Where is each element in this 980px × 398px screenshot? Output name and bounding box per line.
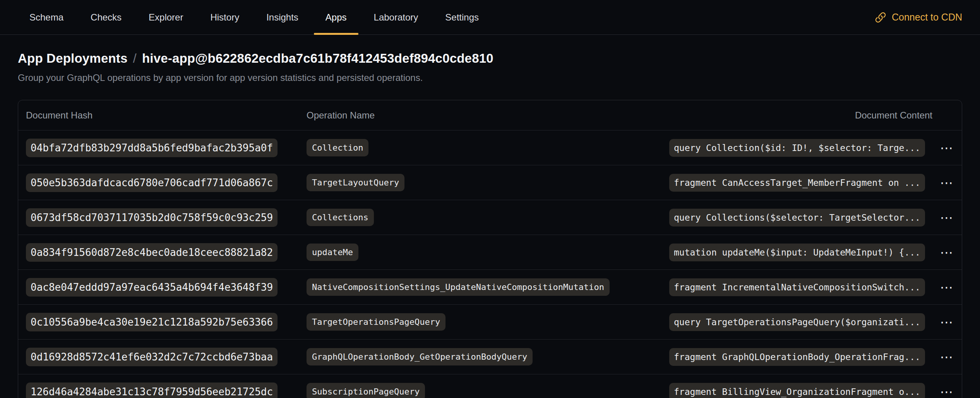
document-content-badge: query TargetOperationsPageQuery($organiz…: [669, 313, 925, 331]
document-hash-cell: 0673df58cd7037117035b2d0c758f59c0c93c259: [18, 208, 307, 227]
row-menu-cell: ⋯: [932, 177, 962, 189]
documents-table: Document Hash Operation Name Document Co…: [18, 100, 962, 398]
table-header-row: Document Hash Operation Name Document Co…: [18, 100, 962, 130]
operation-name-cell: Collection: [307, 139, 669, 156]
table-row: 0673df58cd7037117035b2d0c758f59c0c93c259…: [18, 200, 962, 235]
table-row: 050e5b363dafdcacd6780e706cadf771d06a867c…: [18, 165, 962, 200]
document-content-cell: query Collections($selector: TargetSelec…: [669, 209, 932, 226]
row-menu-cell: ⋯: [932, 142, 962, 154]
column-header-document-hash: Document Hash: [18, 110, 307, 121]
document-content-cell: fragment CanAccessTarget_MemberFragment …: [669, 174, 932, 192]
document-content-cell: query Collection($id: ID!, $selector: Ta…: [669, 139, 932, 157]
document-hash-cell: 126d46a4284abe31c13c78f7959d56eeb21725dc: [18, 383, 307, 398]
document-content-badge: fragment IncrementalNativeCompositionSwi…: [669, 278, 925, 296]
operation-name-badge: TargetOperationsPageQuery: [307, 313, 445, 331]
operation-name-badge: SubscriptionPageQuery: [307, 383, 425, 398]
document-hash-badge: 050e5b363dafdcacd6780e706cadf771d06a867c: [26, 173, 278, 192]
tab-checks[interactable]: Checks: [79, 0, 133, 34]
document-hash-cell: 0c10556a9be4ca30e19e21c1218a592b75e63366: [18, 313, 307, 331]
table-row: 0ac8e047eddd97a97eac6435a4b694f4e3648f39…: [18, 269, 962, 304]
document-content-cell: mutation updateMe($input: UpdateMeInput!…: [669, 244, 932, 261]
operation-name-cell: SubscriptionPageQuery: [307, 383, 669, 398]
document-hash-badge: 0c10556a9be4ca30e19e21c1218a592b75e63366: [26, 313, 278, 331]
document-content-cell: fragment BillingView_OrganizationFragmen…: [669, 383, 932, 398]
row-menu-button[interactable]: ⋯: [936, 386, 958, 398]
row-menu-button[interactable]: ⋯: [936, 177, 958, 189]
row-menu-button[interactable]: ⋯: [936, 316, 958, 328]
row-menu-cell: ⋯: [932, 211, 962, 224]
column-header-document-content: Document Content: [669, 110, 932, 121]
row-menu-button[interactable]: ⋯: [936, 142, 958, 154]
connect-to-cdn-button[interactable]: Connect to CDN: [875, 0, 962, 34]
row-menu-button[interactable]: ⋯: [936, 351, 958, 363]
row-menu-cell: ⋯: [932, 246, 962, 259]
document-hash-badge: 0d16928d8572c41ef6e032d2c7c72ccbd6e73baa: [26, 348, 278, 366]
row-menu-cell: ⋯: [932, 351, 962, 363]
operation-name-cell: NativeCompositionSettings_UpdateNativeCo…: [307, 278, 669, 296]
document-hash-badge: 04bfa72dfb83b297dd8a5b6fed9bafac2b395a0f: [26, 139, 278, 157]
document-hash-badge: 126d46a4284abe31c13c78f7959d56eeb21725dc: [26, 383, 278, 398]
page-title: App Deployments / hive-app@b622862ecdba7…: [18, 51, 962, 66]
table-row: 126d46a4284abe31c13c78f7959d56eeb21725dc…: [18, 374, 962, 398]
row-menu-button[interactable]: ⋯: [936, 246, 958, 259]
document-content-cell: fragment IncrementalNativeCompositionSwi…: [669, 278, 932, 296]
table-row: 0a834f91560d872e8c4bec0ade18ceec88821a82…: [18, 235, 962, 269]
document-hash-badge: 0ac8e047eddd97a97eac6435a4b694f4e3648f39: [26, 278, 278, 297]
breadcrumb-separator: /: [133, 51, 137, 66]
document-content-badge: query Collection($id: ID!, $selector: Ta…: [669, 139, 925, 157]
row-menu-cell: ⋯: [932, 316, 962, 328]
app-deployment-page: App Deployments / hive-app@b622862ecdba7…: [0, 51, 980, 398]
document-hash-cell: 050e5b363dafdcacd6780e706cadf771d06a867c: [18, 173, 307, 192]
row-menu-cell: ⋯: [932, 281, 962, 293]
breadcrumb-app-deployments[interactable]: App Deployments: [18, 51, 128, 66]
document-hash-cell: 0a834f91560d872e8c4bec0ade18ceec88821a82: [18, 243, 307, 262]
tab-apps[interactable]: Apps: [314, 0, 358, 34]
tab-schema[interactable]: Schema: [18, 0, 75, 34]
table-body: 04bfa72dfb83b297dd8a5b6fed9bafac2b395a0f…: [18, 130, 962, 398]
document-hash-cell: 04bfa72dfb83b297dd8a5b6fed9bafac2b395a0f: [18, 139, 307, 157]
table-row: 0d16928d8572c41ef6e032d2c7c72ccbd6e73baa…: [18, 339, 962, 374]
top-navigation: Schema Checks Explorer History Insights …: [0, 0, 980, 35]
document-hash-cell: 0d16928d8572c41ef6e032d2c7c72ccbd6e73baa: [18, 348, 307, 366]
operation-name-badge: TargetLayoutQuery: [307, 174, 404, 191]
tab-laboratory[interactable]: Laboratory: [362, 0, 430, 34]
tab-history[interactable]: History: [199, 0, 251, 34]
document-content-badge: mutation updateMe($input: UpdateMeInput!…: [669, 244, 925, 261]
page-subtitle: Group your GraphQL operations by app ver…: [18, 72, 962, 84]
connect-to-cdn-label: Connect to CDN: [892, 12, 962, 23]
document-hash-cell: 0ac8e047eddd97a97eac6435a4b694f4e3648f39: [18, 278, 307, 297]
document-content-badge: fragment GraphQLOperationBody_OperationF…: [669, 348, 925, 366]
operation-name-cell: updateMe: [307, 244, 669, 261]
operation-name-cell: TargetOperationsPageQuery: [307, 313, 669, 331]
operation-name-badge: Collection: [307, 139, 368, 156]
operation-name-cell: Collections: [307, 209, 669, 226]
column-header-operation-name: Operation Name: [307, 110, 669, 121]
row-menu-cell: ⋯: [932, 386, 962, 398]
operation-name-cell: TargetLayoutQuery: [307, 174, 669, 191]
tab-settings[interactable]: Settings: [433, 0, 490, 34]
tab-insights[interactable]: Insights: [255, 0, 310, 34]
operation-name-cell: GraphQLOperationBody_GetOperationBodyQue…: [307, 348, 669, 365]
document-hash-badge: 0a834f91560d872e8c4bec0ade18ceec88821a82: [26, 243, 278, 262]
document-hash-badge: 0673df58cd7037117035b2d0c758f59c0c93c259: [26, 208, 278, 227]
tab-explorer[interactable]: Explorer: [137, 0, 195, 34]
row-menu-button[interactable]: ⋯: [936, 281, 958, 293]
operation-name-badge: updateMe: [307, 244, 358, 261]
operation-name-badge: GraphQLOperationBody_GetOperationBodyQue…: [307, 348, 533, 365]
app-version-label: hive-app@b622862ecdba7c61b78f412453def89…: [142, 51, 493, 66]
table-row: 0c10556a9be4ca30e19e21c1218a592b75e63366…: [18, 304, 962, 339]
operation-name-badge: Collections: [307, 209, 374, 226]
link-icon: [875, 12, 886, 23]
document-content-badge: query Collections($selector: TargetSelec…: [669, 209, 925, 226]
document-content-badge: fragment CanAccessTarget_MemberFragment …: [669, 174, 925, 192]
document-content-badge: fragment BillingView_OrganizationFragmen…: [669, 383, 925, 398]
operation-name-badge: NativeCompositionSettings_UpdateNativeCo…: [307, 278, 610, 296]
document-content-cell: fragment GraphQLOperationBody_OperationF…: [669, 348, 932, 366]
table-row: 04bfa72dfb83b297dd8a5b6fed9bafac2b395a0f…: [18, 130, 962, 165]
document-content-cell: query TargetOperationsPageQuery($organiz…: [669, 313, 932, 331]
row-menu-button[interactable]: ⋯: [936, 211, 958, 224]
